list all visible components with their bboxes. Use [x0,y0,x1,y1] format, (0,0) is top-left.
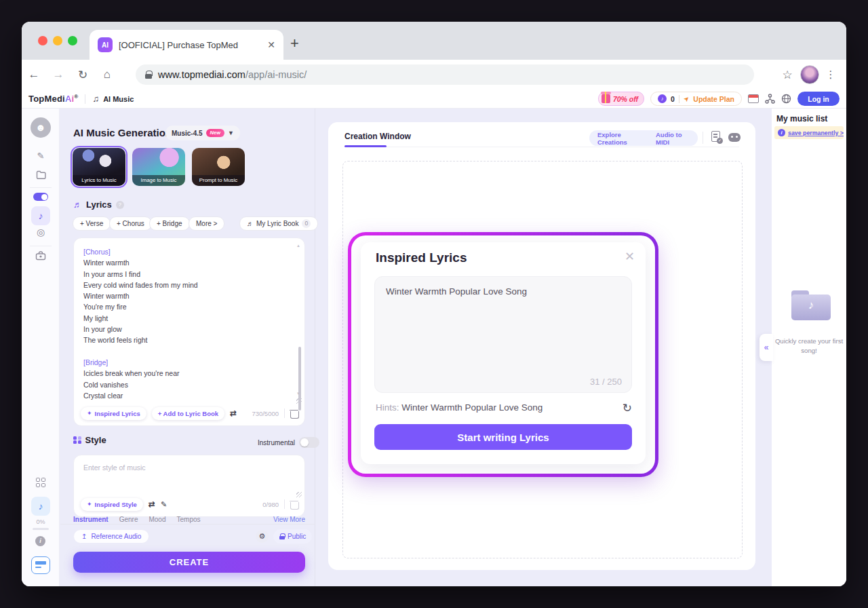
scroll-down-icon[interactable]: ▼ [296,392,300,396]
url-field[interactable]: www.topmediai.com/app/ai-music/ [136,64,754,85]
discount-badge[interactable]: 70% off [598,92,644,106]
card-lyrics-to-music[interactable]: Lyrics to Music [73,148,125,186]
share-nodes-icon[interactable] [765,94,775,104]
browser-profile-avatar[interactable] [800,65,819,84]
disc-icon[interactable]: ◎ [22,227,60,238]
rail-toggle[interactable] [33,193,48,201]
save-permanently-banner[interactable]: i save permanently > [774,126,844,139]
desktop-background: AI [OOFICIAL] Purchase TopMed ✕ + ← → ↻ … [0,0,868,608]
apps-grid-icon[interactable] [22,472,60,487]
close-icon[interactable]: ✕ [625,249,635,264]
scroll-up-icon[interactable]: ▲ [296,244,300,248]
calendar-icon[interactable] [748,94,759,103]
shuffle-icon[interactable]: ⇄ [230,408,237,418]
upload-icon: ↥ [81,533,87,540]
view-more-link[interactable]: View More [273,516,305,523]
clear-lyrics-icon[interactable] [290,409,298,418]
style-section-header: Style [73,435,106,445]
start-writing-lyrics-button[interactable]: Start writing Lyrics [374,424,632,450]
refresh-hints-icon[interactable]: ↻ [623,401,632,415]
subscription-card-icon[interactable] [31,556,50,574]
card-image-to-music[interactable]: Image to Music [132,148,185,186]
tab-close-icon[interactable]: ✕ [267,39,275,50]
reference-audio-button[interactable]: ↥ Reference Audio [73,529,149,544]
instrumental-toggle[interactable] [299,437,319,448]
reload-icon[interactable]: ↻ [71,68,95,82]
audio-to-midi-button[interactable]: Audio to MIDI [648,130,698,146]
ai-music-nav-icon[interactable]: ♪ [31,206,50,225]
browser-menu-icon[interactable]: ⋮ [822,69,840,81]
more-sections-button[interactable]: More > [189,216,224,231]
language-globe-icon[interactable] [781,94,791,104]
music-progress-icon[interactable]: ♪ [31,497,50,516]
inspired-style-button[interactable]: ✦Inspired Style [81,498,143,511]
creation-window-tab[interactable]: Creation Window [344,132,411,141]
style-editor-card: ✦Inspired Style ⇄ ✎ 0/980 [73,455,305,517]
tab-genre[interactable]: Genre [119,516,138,523]
prompt-input[interactable]: Winter Warmth Popular Love Song [386,286,620,372]
window-minimize-button[interactable] [53,36,62,45]
collapse-sidebar-button[interactable]: « [760,334,773,361]
save-permanently-link[interactable]: save permanently > [788,130,844,136]
window-close-button[interactable] [38,36,47,45]
lyrics-editor[interactable]: [Chorus]Winter warmthIn your arms I find… [83,246,290,401]
info-icon: i [778,129,785,136]
model-selector[interactable]: Music-4.5 New ▼ [165,126,240,140]
folder-icon[interactable] [22,170,60,182]
model-new-badge: New [206,129,224,137]
credits-update-pill[interactable]: ♪ 0 ➤ Update Plan [650,92,742,106]
music-note-icon: ♫ [92,94,99,104]
coin-icon: ♪ [658,94,667,103]
user-avatar[interactable]: ☻ [31,117,51,138]
clear-style-icon[interactable] [290,500,298,509]
back-icon[interactable]: ← [22,68,46,81]
create-draft-icon[interactable]: ✎ [22,151,60,161]
browser-tab[interactable]: AI [OOFICIAL] Purchase TopMed ✕ [90,30,283,60]
lock-icon [279,533,285,539]
card-prompt-to-music[interactable]: Prompt to Music [192,148,245,186]
topmediai-logo[interactable]: TopMediAi® [28,94,78,104]
add-bridge-button[interactable]: + Bridge [149,216,190,231]
forward-icon[interactable]: → [46,68,71,81]
lyrics-char-counter: 730/5000 [252,410,279,417]
login-button[interactable]: Log in [797,92,840,106]
settings-gear-icon[interactable]: ⚙ [256,530,269,543]
info-icon[interactable]: i [35,536,45,546]
discord-icon[interactable] [728,133,741,142]
add-verse-button[interactable]: + Verse [73,216,111,231]
add-chorus-button[interactable]: + Chorus [109,216,152,231]
shuffle-icon[interactable]: ⇄ [149,499,155,509]
public-toggle-button[interactable]: Public [273,529,312,544]
help-icon[interactable]: ? [116,201,124,209]
add-to-lyric-book-button[interactable]: + Add to Lyric Book [152,407,224,420]
tab-tempos[interactable]: Tempos [176,516,200,523]
window-zoom-button[interactable] [68,36,77,45]
edit-icon[interactable]: ✎ [161,500,167,509]
score-document-icon[interactable] [711,131,720,142]
page-url: www.topmediai.com/app/ai-music/ [158,69,307,80]
resize-handle[interactable] [296,398,302,404]
workspace-bag-icon[interactable] [22,251,60,263]
model-name: Music-4.5 [172,130,203,137]
left-rail: ☻ ✎ ♪ ◎ ♪ 0% i [22,109,60,586]
create-button[interactable]: CREATE [73,552,305,573]
mode-cards: Lyrics to Music Image to Music Prompt to… [73,148,245,186]
lyric-line: [Chorus] [83,246,290,257]
lyric-line: You're my fire [83,301,290,312]
my-lyric-book-button[interactable]: ♬ My Lyric Book 0 [239,216,318,231]
inspired-lyrics-button[interactable]: ✦Inspired Lyrics [81,407,146,420]
bookmark-star-icon[interactable]: ☆ [777,68,797,82]
lyric-line: Winter warmth [83,290,290,301]
new-tab-button[interactable]: + [290,34,299,53]
home-icon[interactable]: ⌂ [95,68,119,81]
tab-mood[interactable]: Mood [149,516,165,523]
lyric-book-count: 0 [302,219,311,228]
instrumental-control: Instrumental [258,437,319,448]
sparkle-icon: ✦ [87,501,92,508]
lyric-line: Winter warmth [83,257,290,268]
lyric-line: Cold vanishes [83,379,290,390]
tab-instrument[interactable]: Instrument [73,516,108,524]
ssl-lock-icon[interactable] [145,71,152,79]
style-input[interactable] [83,463,291,491]
update-plan-label: Update Plan [693,95,734,103]
